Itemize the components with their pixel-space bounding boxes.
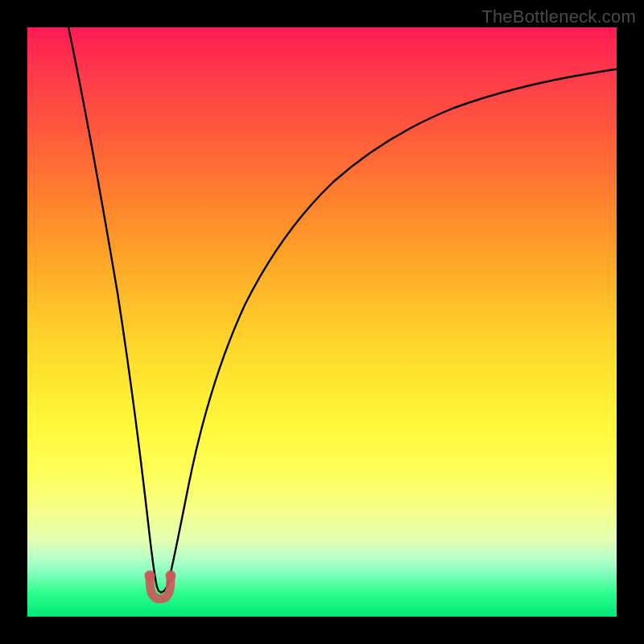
outer-frame: TheBottleneck.com [0, 0, 644, 644]
watermark-text: TheBottleneck.com [481, 6, 636, 27]
valley-marker-icon [150, 576, 171, 599]
plot-area [27, 27, 617, 617]
valley-marker-left-dot [145, 571, 155, 581]
valley-marker-right-dot [166, 571, 176, 581]
curve-path [68, 27, 617, 592]
bottleneck-curve [27, 27, 617, 617]
